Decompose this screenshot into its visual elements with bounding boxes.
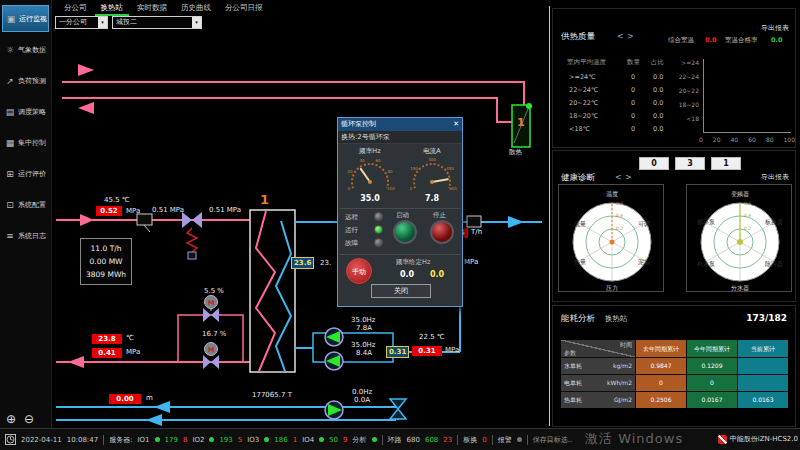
chevron-down-icon[interactable]: ▾	[98, 17, 107, 28]
table-header: 数量	[627, 58, 640, 67]
valve1-opening: 5.5 %	[204, 288, 224, 296]
close-icon[interactable]: ✕	[453, 118, 459, 131]
export-report-link[interactable]: 导出报表	[761, 23, 789, 33]
company-select[interactable]: 一分公司 ▾	[55, 16, 108, 29]
clock-icon	[5, 434, 16, 445]
server-ok-count: 186	[274, 436, 287, 444]
sidebar-item-log[interactable]: ≡ 系统日志	[2, 222, 49, 249]
radar-label: 热量	[574, 258, 586, 266]
pump-control-dialog: ✕ 循环泵控制 换热:2号循环泵 频率Hz 0 20 40 60 80 100 …	[337, 117, 463, 307]
dialog-titlebar[interactable]: ✕ 循环泵控制	[338, 118, 462, 131]
circulation-pump-1[interactable]	[325, 328, 343, 346]
svg-text:0.2: 0.2	[744, 226, 751, 231]
valve2-opening: 16.7 %	[202, 331, 226, 339]
svg-text:0.6: 0.6	[744, 201, 751, 206]
tab-report[interactable]: 分公司日报	[219, 0, 269, 16]
counter-box: 1	[711, 157, 741, 170]
pager-next[interactable]: >	[627, 32, 637, 41]
tab-station[interactable]: 换热站	[95, 0, 130, 16]
chevron-down-icon[interactable]: ▾	[192, 17, 201, 28]
flow2-unit: T/h	[471, 229, 482, 237]
flow-meter-1[interactable]	[137, 214, 152, 232]
secondary-arrow-icon	[508, 216, 524, 228]
level-value: 0.00	[109, 394, 141, 404]
return-temp-unit: ℃	[126, 335, 134, 343]
avg-temp-value: 0.0	[705, 36, 717, 44]
pump3-current: 0.0A	[354, 397, 370, 405]
sidebar-item-label: 运行监视	[19, 14, 47, 24]
setpoint-feedback: 0.0	[430, 270, 444, 279]
globe-icon[interactable]: ⊕	[6, 412, 16, 426]
forecast-icon: ↗	[5, 76, 15, 86]
equipment-radar-chart: 0.2 0.4 0.6 变频器 板换器 除污器 分水器 补水泵 循环泵	[686, 184, 792, 292]
tab-realtime[interactable]: 实时数据	[131, 0, 173, 16]
manual-mode-button[interactable]: 手动	[346, 258, 372, 284]
sidebar-item-forecast[interactable]: ↗ 负荷预测	[2, 67, 49, 94]
loop-err: 23	[443, 436, 452, 444]
table-corner-cell: 时间 参数	[561, 340, 635, 357]
radar-label: 泥垢	[638, 258, 650, 266]
export-report-link[interactable]: 导出报表	[761, 172, 789, 182]
loop-ok: 608	[425, 436, 438, 444]
energy-table: 时间 参数 去年同期累计 今年同期累计 当前累计 水单耗kg/m2 0.9847…	[561, 340, 788, 408]
motor-2-letter: M	[208, 346, 214, 354]
bottom-valve[interactable]	[390, 399, 406, 419]
supply-pressure-unit: MPa	[126, 208, 140, 216]
pager-prev[interactable]: <	[617, 32, 627, 41]
row-label: 电单耗kWh/m2	[561, 375, 635, 391]
chart-y-label: >=24	[669, 59, 699, 66]
heat-exchanger[interactable]	[250, 210, 295, 372]
makeup-pump[interactable]	[325, 401, 343, 419]
chart-x-axis: 0 20 40 60 80 100	[699, 136, 795, 143]
stop-button[interactable]	[430, 220, 454, 244]
right-panel-column: 导出报表 供热质量 < > 综合室温 0.0 室温合格率 0.0 室内平均温度 …	[550, 0, 800, 428]
company-select-value: 一分公司	[59, 18, 87, 26]
sidebar-item-evaluation[interactable]: ⊞ 运行评价	[2, 160, 49, 187]
start-button[interactable]	[393, 220, 417, 244]
pressure-after-value: 0.51 MPa	[209, 207, 241, 215]
save-note: 保存目标选..	[533, 435, 572, 445]
monitor-icon: ▣	[6, 14, 16, 24]
fault-led-icon	[374, 238, 383, 247]
sidebar-item-label: 系统日志	[18, 231, 46, 241]
sidebar-item-config[interactable]: ⊡ 系统配置	[2, 191, 49, 218]
start-button-label: 启动	[396, 211, 409, 220]
station-select[interactable]: 城投二 ▾	[112, 16, 202, 29]
pager-prev[interactable]: <	[615, 173, 625, 182]
server-ok-led-icon	[319, 437, 324, 442]
return-pressure-value: 0.41	[92, 348, 122, 358]
column-header: 今年同期累计	[687, 340, 737, 357]
server-err-count: 9	[343, 436, 347, 444]
vertical-divider	[549, 6, 550, 426]
server-ok-led-icon	[209, 437, 214, 442]
pager-next[interactable]: >	[625, 173, 635, 182]
gauge-value: 7.8	[402, 194, 462, 203]
chart-x-tick: 100	[784, 136, 795, 143]
svg-text:0.2: 0.2	[616, 226, 623, 231]
tab-history[interactable]: 历史曲线	[175, 0, 217, 16]
circulation-pump-2[interactable]	[325, 352, 343, 370]
table-cell: 0.1209	[687, 358, 737, 374]
alarm-label: 报警	[498, 435, 512, 445]
tab-branch[interactable]: 分公司	[58, 0, 93, 16]
minus-circle-icon[interactable]: ⊖	[24, 412, 34, 426]
flow-arrow-right-icon	[78, 64, 94, 76]
gauge-dial-icon: 0 20 40 60 80 100	[342, 156, 398, 190]
svg-text:0: 0	[410, 186, 413, 191]
sidebar-item-weather[interactable]: ☼ 气象数据	[2, 36, 49, 63]
table-cell: 0.0	[653, 125, 663, 133]
return-arrow-icon	[68, 356, 84, 368]
row-label: 热单耗GJ/m2	[561, 392, 635, 408]
svg-text:20: 20	[347, 169, 353, 174]
table-cell: 0.0167	[687, 392, 737, 408]
table-cell: 0.2506	[636, 392, 686, 408]
flow-meter-2[interactable]	[467, 216, 481, 227]
stop-button-label: 停止	[433, 211, 446, 220]
sidebar-item-monitor[interactable]: ▣ 运行监视	[2, 5, 49, 32]
sidebar-item-control[interactable]: ▦ 集中控制	[2, 129, 49, 156]
close-button[interactable]: 关闭	[371, 284, 431, 298]
sidebar-item-strategy[interactable]: ▤ 调度策略	[2, 98, 49, 125]
supply-pressure-value: 0.52	[96, 206, 122, 216]
table-row: >=24℃	[569, 73, 595, 81]
svg-text:0.6: 0.6	[616, 201, 623, 206]
